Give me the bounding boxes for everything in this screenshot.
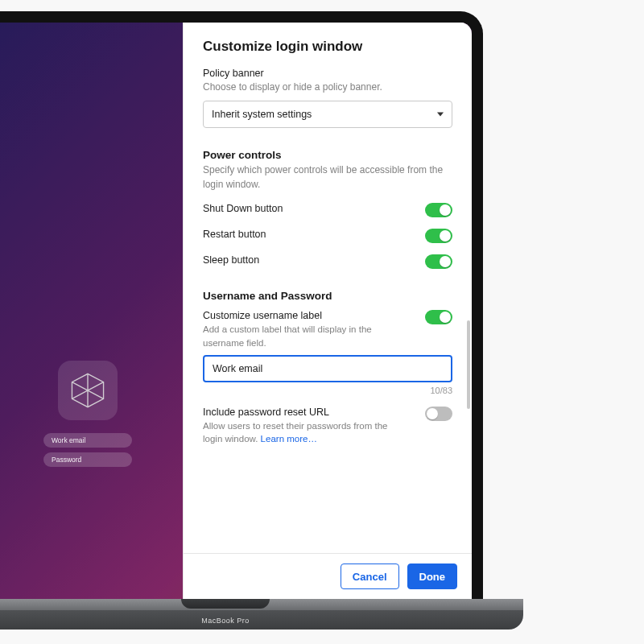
sleep-row: Sleep button xyxy=(203,254,452,269)
panel-footer: Cancel Done xyxy=(184,553,472,599)
login-username-field: Work email xyxy=(43,433,132,448)
power-controls-desc: Specify which power controls will be acc… xyxy=(203,163,452,192)
caret-down-icon xyxy=(437,113,444,117)
policy-banner-select[interactable]: Inherit system settings xyxy=(203,101,452,128)
shutdown-toggle[interactable] xyxy=(425,203,452,217)
learn-more-link[interactable]: Learn more… xyxy=(261,434,317,444)
panel-body: Customize login window Policy banner Cho… xyxy=(184,23,472,553)
custom-username-label: Customize username label xyxy=(203,310,409,321)
shutdown-row: Shut Down button xyxy=(203,203,452,217)
custom-username-desc: Add a custom label that will display in … xyxy=(203,323,409,349)
policy-banner-desc: Choose to display or hide a policy banne… xyxy=(203,80,452,94)
avatar-placeholder xyxy=(58,361,118,420)
done-button-label: Done xyxy=(419,571,446,583)
macbook-frame: Work email Password Customize login wind… xyxy=(0,11,483,599)
userpass-title: Username and Password xyxy=(203,290,452,302)
login-password-field: Password xyxy=(43,452,132,467)
reset-url-toggle[interactable] xyxy=(425,407,452,421)
reset-url-desc: Allow users to reset their passwords fro… xyxy=(203,419,409,446)
panel-title: Customize login window xyxy=(203,39,452,55)
shutdown-label: Shut Down button xyxy=(203,203,409,214)
login-preview: Work email Password xyxy=(23,361,152,472)
restart-row: Restart button xyxy=(203,229,452,243)
macbook-brand: MacBook Pro xyxy=(201,617,250,625)
done-button[interactable]: Done xyxy=(407,564,458,589)
reset-url-label: Include password reset URL xyxy=(203,407,409,418)
scrollbar-thumb[interactable] xyxy=(467,320,470,409)
custom-username-input[interactable] xyxy=(203,355,452,382)
screen-bezel: Work email Password Customize login wind… xyxy=(0,11,483,599)
policy-banner-label: Policy banner xyxy=(203,68,452,79)
cube-wireframe-icon xyxy=(69,372,106,409)
policy-banner-selected: Inherit system settings xyxy=(212,109,312,120)
custom-username-toggle[interactable] xyxy=(425,310,452,324)
settings-panel: Customize login window Policy banner Cho… xyxy=(184,23,472,599)
cancel-button[interactable]: Cancel xyxy=(341,564,399,589)
macbook-notch xyxy=(181,599,270,609)
sleep-toggle[interactable] xyxy=(425,254,452,269)
desktop-wallpaper: Work email Password Customize login wind… xyxy=(0,23,472,599)
restart-toggle[interactable] xyxy=(425,229,452,243)
restart-label: Restart button xyxy=(203,229,409,240)
power-controls-title: Power controls xyxy=(203,149,452,161)
macbook-base: MacBook Pro xyxy=(0,599,523,630)
cancel-button-label: Cancel xyxy=(353,571,387,583)
reset-url-row: Include password reset URL Allow users t… xyxy=(203,407,452,446)
custom-username-row: Customize username label Add a custom la… xyxy=(203,310,452,349)
sleep-label: Sleep button xyxy=(203,254,409,266)
char-count: 10/83 xyxy=(203,386,452,395)
